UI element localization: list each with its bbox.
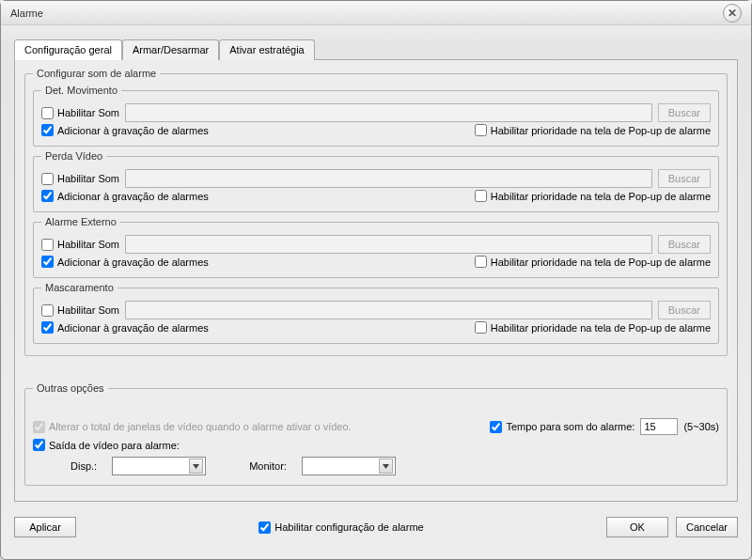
- masking-popup-priority-checkbox[interactable]: [475, 321, 487, 334]
- external-legend: Alarme Externo: [41, 216, 120, 227]
- motion-group: Det. Movimento Habilitar Som Buscar Adic…: [33, 85, 719, 147]
- masking-popup-priority[interactable]: Habilitar prioridade na tela de Pop-up d…: [475, 321, 711, 334]
- external-enable-sound-checkbox[interactable]: [41, 239, 54, 251]
- videoloss-enable-sound-label: Habilitar Som: [57, 173, 119, 184]
- window-title: Alarme: [10, 8, 43, 19]
- masking-group: Mascaramento Habilitar Som Buscar Adicio…: [33, 282, 719, 344]
- content-area: Configuração geral Armar/Desarmar Ativar…: [1, 25, 751, 509]
- external-add-record[interactable]: Adicionar à gravação de alarmes: [41, 256, 209, 268]
- videoloss-popup-priority[interactable]: Habilitar prioridade na tela de Pop-up d…: [475, 190, 711, 202]
- external-add-record-checkbox[interactable]: [41, 256, 54, 268]
- videoloss-popup-priority-label: Habilitar prioridade na tela de Pop-up d…: [491, 191, 711, 202]
- cancel-button[interactable]: Cancelar: [676, 517, 738, 537]
- videoloss-group: Perda Vídeo Habilitar Som Buscar Adicion…: [33, 150, 719, 212]
- motion-add-record[interactable]: Adicionar à gravação de alarmes: [41, 124, 209, 136]
- change-windows-label: Alterar o total de janelas de vídeo quan…: [49, 421, 352, 432]
- videoloss-search-button[interactable]: Buscar: [658, 169, 711, 188]
- time-sound-range: (5~30s): [683, 421, 719, 432]
- motion-popup-priority[interactable]: Habilitar prioridade na tela de Pop-up d…: [475, 124, 711, 136]
- masking-enable-sound-checkbox[interactable]: [41, 304, 54, 317]
- external-enable-sound[interactable]: Habilitar Som: [41, 239, 119, 251]
- motion-enable-sound-label: Habilitar Som: [57, 107, 119, 118]
- ok-button[interactable]: OK: [606, 517, 668, 537]
- external-popup-priority-checkbox[interactable]: [475, 256, 487, 268]
- tab-panel-general: Configurar som de alarme Det. Movimento …: [14, 60, 738, 502]
- time-sound-option[interactable]: Tempo para som do alarme:: [490, 421, 634, 433]
- alarm-window: Alarme ✕ Configuração geral Armar/Desarm…: [0, 0, 752, 560]
- time-sound-label: Tempo para som do alarme:: [506, 421, 634, 432]
- motion-search-button[interactable]: Buscar: [658, 103, 711, 122]
- motion-popup-priority-checkbox[interactable]: [475, 124, 487, 136]
- other-options-legend: Outras opções: [33, 382, 108, 394]
- motion-add-record-label: Adicionar à gravação de alarmes: [57, 125, 209, 136]
- monitor-label: Monitor:: [249, 460, 287, 472]
- apply-button[interactable]: Aplicar: [14, 517, 76, 537]
- videoloss-enable-sound[interactable]: Habilitar Som: [41, 173, 119, 185]
- masking-add-record-checkbox[interactable]: [41, 321, 54, 334]
- time-sound-checkbox[interactable]: [490, 421, 502, 433]
- external-group: Alarme Externo Habilitar Som Buscar Adic…: [33, 216, 719, 278]
- external-add-record-label: Adicionar à gravação de alarmes: [57, 257, 209, 268]
- masking-enable-sound[interactable]: Habilitar Som: [41, 304, 119, 317]
- sound-config-legend: Configurar som de alarme: [33, 68, 160, 79]
- external-sound-path: [125, 235, 652, 254]
- motion-add-record-checkbox[interactable]: [41, 124, 54, 136]
- motion-legend: Det. Movimento: [41, 85, 121, 96]
- motion-enable-sound[interactable]: Habilitar Som: [41, 107, 119, 119]
- enable-alarm-config-checkbox[interactable]: [258, 521, 271, 534]
- tab-general[interactable]: Configuração geral: [14, 39, 122, 60]
- sound-config-group: Configurar som de alarme Det. Movimento …: [24, 68, 728, 356]
- tab-arm[interactable]: Armar/Desarmar: [122, 39, 219, 60]
- close-icon: ✕: [728, 7, 737, 20]
- external-popup-priority-label: Habilitar prioridade na tela de Pop-up d…: [491, 257, 711, 268]
- motion-popup-priority-label: Habilitar prioridade na tela de Pop-up d…: [491, 125, 711, 136]
- disp-label: Disp.:: [70, 460, 97, 472]
- monitor-select[interactable]: [302, 457, 396, 475]
- videoloss-enable-sound-checkbox[interactable]: [41, 173, 54, 185]
- footer: Aplicar Habilitar configuração de alarme…: [1, 509, 751, 547]
- masking-add-record-label: Adicionar à gravação de alarmes: [57, 322, 209, 334]
- enable-alarm-config[interactable]: Habilitar configuração de alarme: [258, 521, 423, 534]
- external-popup-priority[interactable]: Habilitar prioridade na tela de Pop-up d…: [475, 256, 711, 268]
- masking-search-button[interactable]: Buscar: [658, 301, 711, 319]
- videoloss-add-record-checkbox[interactable]: [41, 190, 54, 202]
- disp-select[interactable]: [112, 457, 206, 475]
- video-out-label: Saída de vídeo para alarme:: [49, 440, 180, 451]
- masking-popup-priority-label: Habilitar prioridade na tela de Pop-up d…: [491, 322, 711, 334]
- external-enable-sound-label: Habilitar Som: [57, 239, 119, 250]
- motion-enable-sound-checkbox[interactable]: [41, 107, 54, 119]
- video-out-checkbox[interactable]: [33, 439, 45, 451]
- motion-sound-path: [125, 103, 652, 122]
- masking-legend: Mascaramento: [41, 282, 118, 293]
- other-options-group: Outras opções Alterar o total de janelas…: [24, 382, 728, 486]
- titlebar: Alarme ✕: [1, 1, 751, 25]
- videoloss-popup-priority-checkbox[interactable]: [475, 190, 487, 202]
- change-windows-checkbox: [33, 421, 45, 433]
- time-sound-input[interactable]: [640, 418, 678, 435]
- videoloss-legend: Perda Vídeo: [41, 150, 106, 162]
- close-button[interactable]: ✕: [723, 4, 742, 23]
- tab-row: Configuração geral Armar/Desarmar Ativar…: [14, 39, 738, 60]
- change-windows-option: Alterar o total de janelas de vídeo quan…: [33, 421, 352, 433]
- masking-sound-path: [125, 301, 652, 319]
- chevron-down-icon: [379, 459, 393, 474]
- masking-enable-sound-label: Habilitar Som: [57, 304, 119, 316]
- video-out-option[interactable]: Saída de vídeo para alarme:: [33, 439, 180, 451]
- videoloss-sound-path: [125, 169, 652, 188]
- videoloss-add-record-label: Adicionar à gravação de alarmes: [57, 191, 209, 202]
- masking-add-record[interactable]: Adicionar à gravação de alarmes: [41, 321, 209, 334]
- videoloss-add-record[interactable]: Adicionar à gravação de alarmes: [41, 190, 209, 202]
- tab-strategy[interactable]: Ativar estratégia: [219, 39, 314, 60]
- external-search-button[interactable]: Buscar: [658, 235, 711, 254]
- chevron-down-icon: [189, 459, 203, 474]
- enable-alarm-config-label: Habilitar configuração de alarme: [274, 521, 423, 533]
